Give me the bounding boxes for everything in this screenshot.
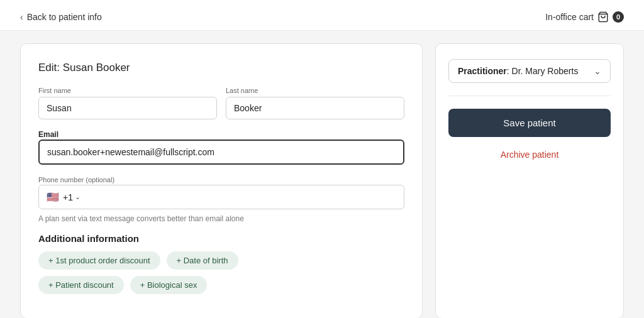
right-panel: Practitioner: Dr. Mary Roberts ⌄ Save pa… <box>435 43 624 318</box>
name-row: First name Last name <box>38 87 404 119</box>
practitioner-chevron-icon: ⌄ <box>594 66 601 76</box>
phone-field[interactable]: 🇺🇸 +1 ⌄ <box>38 185 404 209</box>
tags-row-2: + Patient discount + Biological sex <box>38 276 404 294</box>
phone-hint: A plan sent via text message converts be… <box>38 214 404 223</box>
first-name-label: First name <box>38 87 217 94</box>
cart-label: In-office cart <box>545 12 594 22</box>
practitioner-select-text: Practitioner: Dr. Mary Roberts <box>458 66 578 76</box>
tag-patient-discount[interactable]: + Patient discount <box>38 276 124 294</box>
tags-row-1: + 1st product order discount + Date of b… <box>38 251 404 270</box>
cart-link[interactable]: In-office cart 0 <box>545 11 624 23</box>
flag-icon: 🇺🇸 <box>47 191 59 203</box>
save-area: Save patient <box>448 109 611 137</box>
phone-group: Phone number (optional) 🇺🇸 +1 ⌄ <box>38 173 404 209</box>
first-name-group: First name <box>38 87 217 119</box>
email-input[interactable] <box>47 147 396 157</box>
phone-code: +1 ⌄ <box>63 192 80 202</box>
email-input-wrapper <box>38 140 404 165</box>
last-name-input[interactable] <box>226 97 404 119</box>
practitioner-select[interactable]: Practitioner: Dr. Mary Roberts ⌄ <box>448 59 611 83</box>
first-name-input[interactable] <box>38 97 217 119</box>
tag-biological-sex[interactable]: + Biological sex <box>130 276 208 294</box>
top-bar: ‹ Back to patient info In-office cart 0 <box>0 0 644 31</box>
phone-chevron-icon: ⌄ <box>75 193 80 201</box>
email-label: Email <box>38 130 58 139</box>
last-name-label: Last name <box>226 87 404 94</box>
practitioner-label: Practitioner <box>458 66 507 76</box>
phone-label: Phone number (optional) <box>38 176 114 184</box>
left-panel: Edit: Susan Booker First name Last name … <box>20 43 423 318</box>
additional-info-title: Additional information <box>38 233 404 244</box>
save-patient-button[interactable]: Save patient <box>448 109 611 137</box>
back-link[interactable]: ‹ Back to patient info <box>20 12 102 22</box>
tag-1st-product-discount[interactable]: + 1st product order discount <box>38 251 160 270</box>
main-content: Edit: Susan Booker First name Last name … <box>0 31 644 318</box>
panel-title: Edit: Susan Booker <box>38 62 404 74</box>
email-group: Email <box>38 128 404 165</box>
tag-date-of-birth[interactable]: + Date of birth <box>167 251 238 270</box>
cart-icon <box>597 11 609 23</box>
practitioner-name: Dr. Mary Roberts <box>512 66 579 76</box>
back-chevron-icon: ‹ <box>20 12 23 22</box>
divider <box>448 96 611 96</box>
archive-patient-button[interactable]: Archive patient <box>448 147 611 162</box>
back-label: Back to patient info <box>27 12 102 22</box>
cart-badge: 0 <box>613 11 624 23</box>
last-name-group: Last name <box>226 87 404 119</box>
